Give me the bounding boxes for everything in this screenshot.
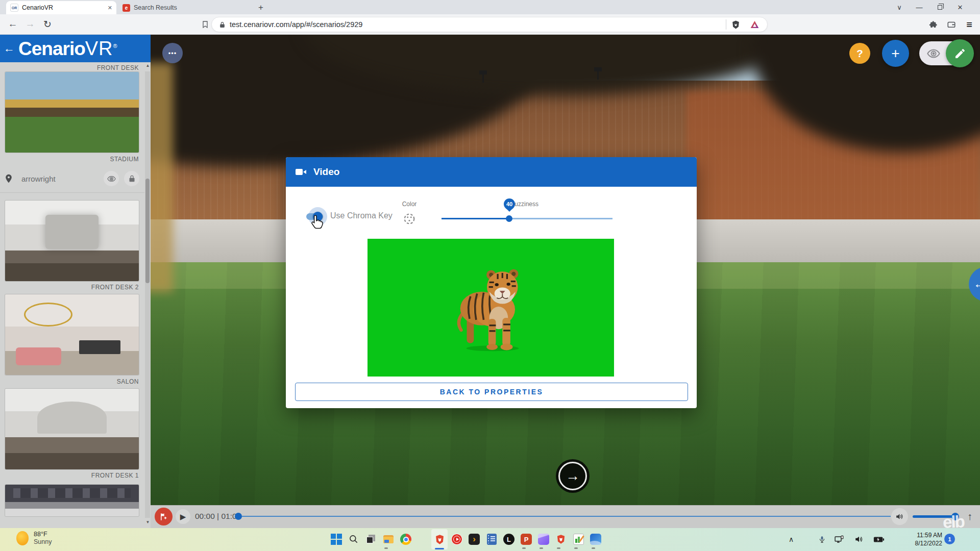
weather-condition: Sunny xyxy=(34,538,52,546)
scene-thumbnail-front-desk-2[interactable] xyxy=(5,201,139,281)
browser-menu-icon[interactable]: ≡ xyxy=(962,16,977,33)
brave-shield-icon[interactable] xyxy=(726,19,745,30)
lock-icon xyxy=(219,21,226,29)
windows-logo-icon xyxy=(331,534,342,545)
taskbar-powerpoint[interactable]: P xyxy=(519,532,534,547)
taskbar-plex[interactable]: › xyxy=(467,532,482,547)
volume-speaker-icon[interactable] xyxy=(891,508,908,525)
back-to-properties-button[interactable]: BACK TO PROPERTIES xyxy=(295,383,688,401)
tiger-video-content xyxy=(453,259,532,355)
add-button[interactable]: + xyxy=(882,40,909,67)
fuzziness-value-balloon: 40 xyxy=(504,198,515,210)
taskbar-start-button[interactable] xyxy=(329,532,344,547)
new-tab-button[interactable]: + xyxy=(254,1,267,14)
hotspot-lock-button[interactable] xyxy=(124,171,139,186)
hotspot-row-arrowright[interactable]: arrowright xyxy=(0,166,144,191)
preview-eye-button[interactable] xyxy=(926,46,941,61)
tray-speaker-icon[interactable] xyxy=(851,532,867,547)
videocam-icon xyxy=(295,167,307,177)
floodlight xyxy=(482,74,484,83)
taskbar-weather-widget[interactable]: 88°F Sunny xyxy=(16,531,52,546)
taskbar-file-explorer[interactable] xyxy=(381,532,396,547)
tab-close-icon[interactable]: ✕ xyxy=(108,5,112,11)
time-display: 00:00 | 01:00 xyxy=(195,512,241,521)
clipchamp-icon xyxy=(538,534,549,545)
running-indicator xyxy=(384,547,388,549)
taskbar-task-view-button[interactable] xyxy=(363,532,379,547)
scroll-up-icon[interactable]: ▲ xyxy=(145,63,151,68)
browser-forward-button[interactable]: → xyxy=(21,15,39,33)
scene-nav-hotspot[interactable]: → xyxy=(556,459,590,493)
notification-badge[interactable]: 1 xyxy=(944,534,955,544)
app-banner: ← CenarioVR® xyxy=(0,35,151,62)
sidebar-scrollbar[interactable] xyxy=(145,71,150,518)
tab-search-results[interactable]: e Search Results xyxy=(118,1,215,14)
screen: OR CenarioVR ✕ e Search Results + ∨ — ✕ … xyxy=(0,0,980,551)
logo-cenario: Cenario xyxy=(18,38,85,59)
tray-chevron-up[interactable]: ∧ xyxy=(784,532,798,547)
tab-cenariovr[interactable]: OR CenarioVR ✕ xyxy=(6,1,116,14)
banner-back-button[interactable]: ← xyxy=(0,42,18,55)
add-flag-button[interactable] xyxy=(155,508,173,525)
window-minimize-button[interactable]: — xyxy=(912,2,927,13)
timeline-thumb[interactable] xyxy=(235,513,242,520)
scene-thumbnail-partial[interactable] xyxy=(5,485,139,516)
scene-thumbnail-salon[interactable] xyxy=(5,294,139,375)
hotspot-visibility-button[interactable] xyxy=(104,171,119,186)
brave-rewards-icon[interactable] xyxy=(745,19,764,30)
taskbar-brave-active[interactable] xyxy=(432,532,447,547)
running-indicator xyxy=(574,547,578,549)
modal-title: Video xyxy=(313,166,339,178)
scene-thumbnail-front-desk-1[interactable] xyxy=(5,389,139,469)
help-button[interactable]: ? xyxy=(849,43,870,64)
wallet-icon[interactable] xyxy=(943,16,960,33)
hotspot-name: arrowright xyxy=(21,174,104,183)
extensions-puzzle-icon[interactable] xyxy=(926,16,941,33)
taskbar-clipchamp[interactable] xyxy=(536,532,551,547)
tray-battery-icon[interactable] xyxy=(871,532,887,547)
timeline-track[interactable] xyxy=(242,516,891,517)
browser-reload-button[interactable]: ↻ xyxy=(39,15,56,33)
taskbar-notebook-app[interactable] xyxy=(484,532,499,547)
fuzziness-slider-fill xyxy=(442,218,509,219)
taskbar-brave-2[interactable] xyxy=(553,532,569,547)
foreground-railing-blur xyxy=(151,63,173,292)
color-picker-button[interactable] xyxy=(403,212,416,226)
tray-network-monitor-icon[interactable] xyxy=(832,532,846,547)
use-chroma-key-label: Use Chroma Key xyxy=(330,211,393,220)
sidebar-scrollbar-thumb[interactable] xyxy=(145,179,150,283)
window-caret-icon[interactable]: ∨ xyxy=(892,2,907,13)
pencil-icon xyxy=(954,47,966,60)
browser-back-button[interactable]: ← xyxy=(4,15,21,33)
powerpoint-icon: P xyxy=(521,534,532,545)
more-options-button[interactable]: ••• xyxy=(162,43,183,63)
scene-thumbnail-stadium[interactable] xyxy=(5,72,139,153)
taskbar-blue-app[interactable] xyxy=(588,532,603,547)
address-bar[interactable]: test.cenariovr.com/app/#/scenarios/2929 xyxy=(211,17,768,32)
bookmark-icon[interactable] xyxy=(199,18,211,31)
scene-sidebar: FRONT DESK STADIUM arrowright FRONT DESK… xyxy=(0,62,151,528)
scroll-down-icon[interactable]: ▼ xyxy=(145,520,151,524)
fuzziness-slider-thumb[interactable] xyxy=(506,215,512,222)
taskbar-search-button[interactable] xyxy=(346,532,361,547)
taskbar-youtube-music[interactable] xyxy=(449,532,464,547)
tray-microphone-icon[interactable] xyxy=(815,532,829,547)
tray-clock[interactable]: 11:59 AM 8/12/2022 xyxy=(899,531,942,547)
edit-mode-button[interactable] xyxy=(946,39,974,67)
taskbar-chrome[interactable] xyxy=(398,532,413,547)
scene-label-front-desk-1: FRONT DESK 1 xyxy=(91,472,139,479)
color-label: Color xyxy=(393,201,426,208)
window-close-button[interactable]: ✕ xyxy=(952,2,968,13)
scene-label-front-desk: FRONT DESK xyxy=(97,64,139,71)
window-restore-button[interactable] xyxy=(932,2,947,13)
fullscreen-up-button[interactable]: ↑ xyxy=(963,509,977,523)
weather-text: 88°F Sunny xyxy=(34,531,52,546)
blue-window-icon xyxy=(590,534,601,545)
app-logo: CenarioVR® xyxy=(18,38,117,60)
taskbar-active-indicator xyxy=(435,548,444,549)
running-indicator xyxy=(557,547,560,549)
play-button[interactable]: ▶ xyxy=(176,509,190,524)
taskbar-snagit-editor[interactable] xyxy=(571,532,586,547)
arrow-right-icon: → xyxy=(556,459,590,493)
taskbar-lightworks[interactable]: L xyxy=(501,532,517,547)
